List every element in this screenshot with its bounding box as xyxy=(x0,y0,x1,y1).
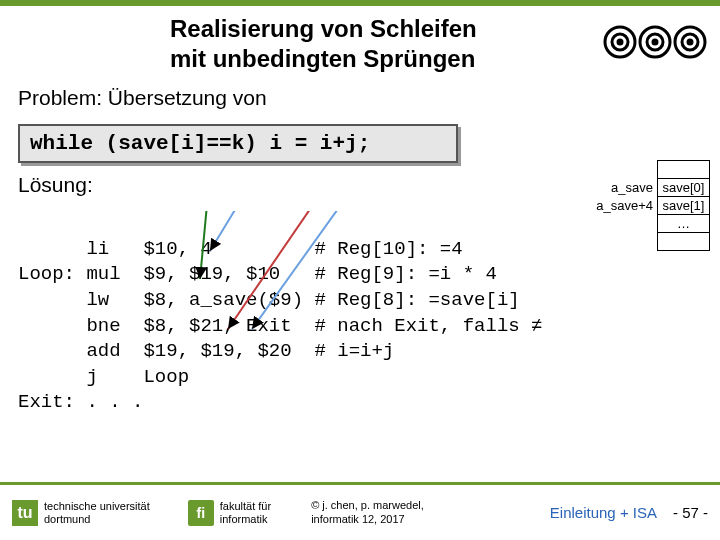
svg-point-2 xyxy=(618,40,622,44)
svg-point-8 xyxy=(688,40,692,44)
copy-line-1: © j. chen, p. marwedel, xyxy=(311,499,424,512)
fac-line-1: fakultät für xyxy=(220,500,271,512)
tu-logo-text: technische universität dortmund xyxy=(44,500,150,524)
fac-line-2: informatik xyxy=(220,513,271,525)
asm-line: add $19, $19, $20 # i=i+j xyxy=(18,340,394,362)
decorative-swirls-icon xyxy=(600,12,710,72)
assembly-block: li $10, 4 # Reg[10]: =4 Loop: mul $9, $1… xyxy=(18,211,702,467)
fi-logo: fi fakultät für informatik xyxy=(188,500,271,526)
table-row xyxy=(592,161,709,179)
fi-logo-mark: fi xyxy=(188,500,214,526)
page-number: - 57 - xyxy=(673,504,708,521)
asm-line: li $10, 4 # Reg[10]: =4 xyxy=(18,238,463,260)
asm-line: Loop: mul $9, $19, $10 # Reg[9]: =i * 4 xyxy=(18,263,497,285)
table-row: a_savesave[0] xyxy=(592,179,709,197)
asm-line: lw $8, a_save($9) # Reg[8]: =save[i] xyxy=(18,289,520,311)
asm-line: bne $8, $21, Exit # nach Exit, falls ≠ xyxy=(18,315,543,337)
asm-line: j Loop xyxy=(18,366,189,388)
tu-logo-mark: tu xyxy=(12,500,38,526)
copyright: © j. chen, p. marwedel, informatik 12, 2… xyxy=(311,499,424,525)
slide-header: Realisierung von Schleifen mit unbedingt… xyxy=(0,6,720,86)
fi-logo-text: fakultät für informatik xyxy=(220,500,271,524)
uni-line-1: technische universität xyxy=(44,500,150,512)
source-code-box: while (save[i]==k) i = i+j; xyxy=(18,124,458,163)
slide-footer: tu technische universität dortmund fi fa… xyxy=(0,482,720,540)
asm-line: Exit: . . . xyxy=(18,391,143,413)
problem-label: Problem: Übersetzung von xyxy=(18,86,702,110)
svg-point-5 xyxy=(653,40,657,44)
slide-body: Problem: Übersetzung von while (save[i]=… xyxy=(0,86,720,467)
copy-line-2: informatik 12, 2017 xyxy=(311,513,424,526)
tu-logo: tu technische universität dortmund xyxy=(12,500,150,526)
uni-line-2: dortmund xyxy=(44,513,150,525)
breadcrumb: Einleitung + ISA xyxy=(550,504,657,521)
